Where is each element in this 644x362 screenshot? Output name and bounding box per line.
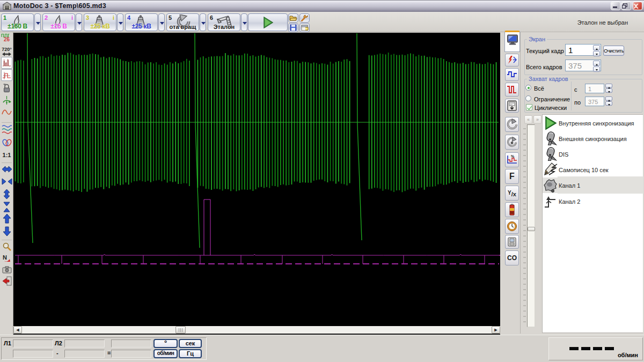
svg-text:%: % [511, 154, 515, 158]
svg-text:N: N [3, 254, 7, 261]
